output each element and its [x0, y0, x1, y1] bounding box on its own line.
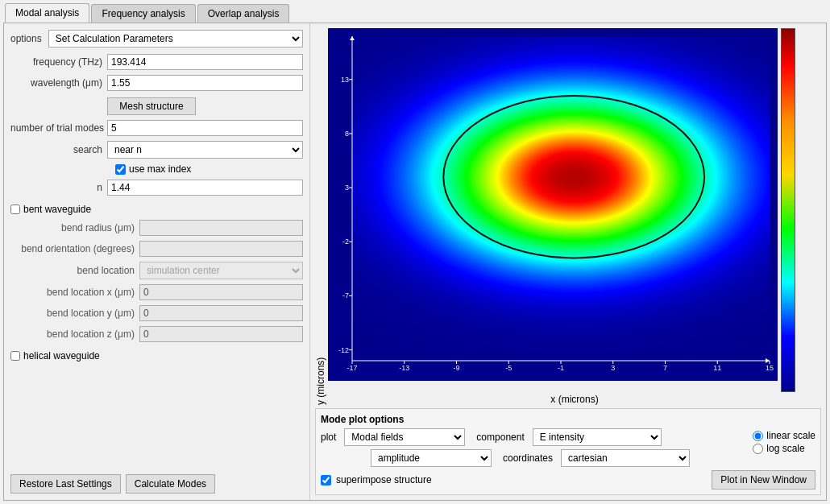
bend-location-y-input — [139, 305, 303, 321]
plot-select[interactable]: Modal fields — [344, 428, 465, 446]
amplitude-select[interactable]: amplitude — [371, 449, 492, 467]
linear-scale-label: linear scale — [766, 430, 815, 441]
bend-location-z-row: bend location z (μm) — [10, 326, 303, 342]
mesh-btn-wrapper: Mesh structure — [107, 96, 303, 117]
bend-location-y-label: bend location y (μm) — [10, 308, 139, 319]
trial-modes-row: number of trial modes — [10, 120, 303, 136]
bent-waveguide-checkbox[interactable] — [10, 204, 20, 214]
bent-waveguide-label: bent waveguide — [23, 204, 91, 215]
superimpose-label: superimpose structure — [336, 474, 432, 485]
plot-new-window-button[interactable]: Plot in New Window — [712, 470, 815, 490]
bend-orientation-row: bend orientation (degrees) — [10, 241, 303, 257]
bend-location-select: simulation center — [139, 262, 303, 279]
left-panel: options Set Calculation Parameters frequ… — [4, 23, 310, 500]
bend-location-x-input — [139, 284, 303, 300]
bend-orientation-input — [139, 241, 303, 257]
bend-location-y-row: bend location y (μm) — [10, 305, 303, 321]
use-max-index-row: use max index — [10, 163, 303, 175]
search-row: search near n — [10, 141, 303, 159]
use-max-index-label: use max index — [129, 163, 191, 175]
bend-location-x-label: bend location x (μm) — [10, 287, 139, 298]
plot-label: plot — [321, 432, 336, 443]
helical-waveguide-row: helical waveguide — [10, 350, 303, 361]
frequency-row: frequency (THz) — [10, 54, 303, 70]
plot-component-row: plot Modal fields component E intensity — [321, 428, 743, 446]
frequency-input[interactable] — [107, 54, 303, 70]
log-scale-radio[interactable] — [753, 444, 763, 454]
bent-waveguide-row: bent waveguide — [10, 204, 303, 215]
bend-radius-label: bend radius (μm) — [10, 222, 139, 233]
helical-waveguide-checkbox[interactable] — [10, 351, 20, 361]
scale-radio-group: linear scale log scale — [753, 430, 815, 454]
bottom-buttons: Restore Last Settings Calculate Modes — [10, 469, 303, 494]
search-label: search — [10, 144, 107, 155]
component-label: component — [476, 432, 524, 443]
bend-location-z-label: bend location z (μm) — [10, 328, 139, 340]
main-container: Modal analysis Frequency analysis Overla… — [0, 0, 830, 504]
mesh-structure-button[interactable]: Mesh structure — [107, 97, 196, 115]
n-input[interactable] — [107, 180, 303, 196]
amplitude-coordinates-row: amplitude coordinates cartesian — [321, 449, 743, 467]
mode-options-controls: plot Modal fields component E intensity — [321, 428, 815, 470]
trial-modes-label: number of trial modes — [10, 122, 107, 134]
colorbar — [781, 28, 821, 392]
linear-scale-row: linear scale — [753, 430, 815, 441]
component-select[interactable]: E intensity — [533, 428, 662, 446]
options-select[interactable]: Set Calculation Parameters — [48, 30, 303, 48]
calculate-modes-button[interactable]: Calculate Modes — [126, 474, 215, 494]
coordinates-label: coordinates — [503, 452, 553, 464]
x-axis-label: x (microns) — [328, 394, 821, 405]
log-scale-row: log scale — [753, 443, 815, 454]
log-scale-label: log scale — [766, 443, 804, 454]
bend-location-z-input — [139, 326, 303, 342]
wavelength-row: wavelength (μm) — [10, 75, 303, 91]
intensity-plot — [328, 28, 778, 381]
superimpose-row: superimpose structure Plot in New Window — [321, 470, 815, 490]
trial-modes-input[interactable] — [107, 120, 303, 136]
superimpose-checkbox[interactable] — [321, 475, 331, 485]
tab-overlap-analysis[interactable]: Overlap analysis — [197, 4, 290, 23]
n-row: n — [10, 180, 303, 196]
tab-bar: Modal analysis Frequency analysis Overla… — [0, 0, 830, 23]
tab-frequency-analysis[interactable]: Frequency analysis — [91, 4, 195, 23]
plot-area: y (microns) — [315, 28, 821, 405]
bend-orientation-label: bend orientation (degrees) — [10, 243, 139, 254]
mode-options-title: Mode plot options — [321, 414, 815, 425]
use-max-index-checkbox[interactable] — [115, 164, 126, 175]
bend-location-label: bend location — [10, 265, 139, 276]
bend-location-x-row: bend location x (μm) — [10, 284, 303, 300]
content-area: options Set Calculation Parameters frequ… — [3, 23, 827, 501]
helical-waveguide-label: helical waveguide — [23, 350, 100, 361]
coordinates-select[interactable]: cartesian — [561, 449, 690, 467]
bend-radius-row: bend radius (μm) — [10, 220, 303, 236]
tab-modal-analysis[interactable]: Modal analysis — [5, 3, 89, 23]
bend-location-row: bend location simulation center — [10, 262, 303, 279]
mode-plot-options: Mode plot options plot Modal fields comp… — [315, 408, 821, 495]
mode-selects: plot Modal fields component E intensity — [321, 428, 743, 470]
right-panel: y (microns) — [310, 23, 826, 500]
frequency-label: frequency (THz) — [10, 56, 107, 68]
wavelength-label: wavelength (μm) — [10, 77, 107, 89]
n-label: n — [10, 182, 107, 193]
wavelength-input[interactable] — [107, 75, 303, 91]
linear-scale-radio[interactable] — [753, 431, 763, 441]
restore-last-settings-button[interactable]: Restore Last Settings — [10, 474, 121, 494]
options-row: options Set Calculation Parameters — [10, 30, 303, 48]
search-select[interactable]: near n — [107, 141, 303, 159]
bend-radius-input — [139, 220, 303, 236]
y-axis-label: y (microns) — [315, 28, 326, 405]
options-label: options — [10, 33, 42, 44]
